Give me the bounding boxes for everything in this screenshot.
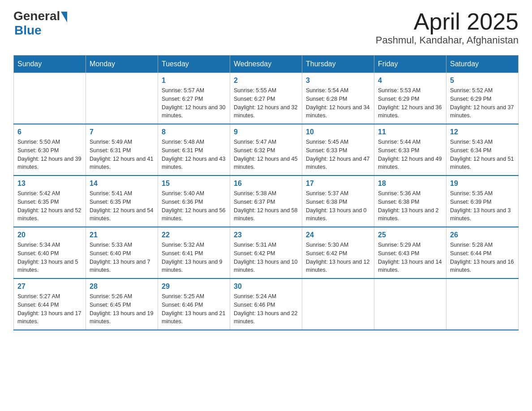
day-number: 7 bbox=[90, 128, 154, 136]
day-info: Sunrise: 5:37 AMSunset: 6:38 PMDaylight:… bbox=[306, 189, 370, 223]
day-info: Sunrise: 5:45 AMSunset: 6:33 PMDaylight:… bbox=[306, 138, 370, 171]
col-thursday: Thursday bbox=[302, 56, 374, 73]
table-row: 13Sunrise: 5:42 AMSunset: 6:35 PMDayligh… bbox=[14, 176, 86, 227]
day-number: 1 bbox=[162, 77, 226, 85]
day-number: 20 bbox=[17, 231, 82, 239]
table-row: 21Sunrise: 5:33 AMSunset: 6:40 PMDayligh… bbox=[86, 227, 158, 278]
day-number: 16 bbox=[234, 180, 298, 188]
table-row: 26Sunrise: 5:28 AMSunset: 6:44 PMDayligh… bbox=[446, 227, 519, 278]
calendar-week-1: 1Sunrise: 5:57 AMSunset: 6:27 PMDaylight… bbox=[14, 73, 519, 124]
table-row: 25Sunrise: 5:29 AMSunset: 6:43 PMDayligh… bbox=[374, 227, 446, 278]
logo-blue-text: Blue bbox=[14, 23, 67, 38]
day-info: Sunrise: 5:31 AMSunset: 6:42 PMDaylight:… bbox=[234, 241, 298, 274]
col-monday: Monday bbox=[86, 56, 158, 73]
table-row: 4Sunrise: 5:53 AMSunset: 6:29 PMDaylight… bbox=[374, 73, 446, 124]
table-row: 12Sunrise: 5:43 AMSunset: 6:34 PMDayligh… bbox=[446, 124, 519, 176]
day-number: 21 bbox=[90, 231, 154, 239]
day-info: Sunrise: 5:41 AMSunset: 6:35 PMDaylight:… bbox=[90, 189, 154, 223]
table-row: 10Sunrise: 5:45 AMSunset: 6:33 PMDayligh… bbox=[302, 124, 374, 176]
day-info: Sunrise: 5:26 AMSunset: 6:45 PMDaylight:… bbox=[90, 292, 154, 326]
day-info: Sunrise: 5:43 AMSunset: 6:34 PMDaylight:… bbox=[450, 138, 515, 171]
logo: General Blue bbox=[13, 9, 67, 38]
calendar-title: April 2025 bbox=[376, 9, 519, 34]
day-info: Sunrise: 5:53 AMSunset: 6:29 PMDaylight:… bbox=[378, 86, 442, 120]
table-row: 3Sunrise: 5:54 AMSunset: 6:28 PMDaylight… bbox=[302, 73, 374, 124]
table-row: 6Sunrise: 5:50 AMSunset: 6:30 PMDaylight… bbox=[14, 124, 86, 176]
table-row: 16Sunrise: 5:38 AMSunset: 6:37 PMDayligh… bbox=[230, 176, 302, 227]
table-row: 18Sunrise: 5:36 AMSunset: 6:38 PMDayligh… bbox=[374, 176, 446, 227]
day-info: Sunrise: 5:28 AMSunset: 6:44 PMDaylight:… bbox=[450, 241, 515, 274]
day-number: 28 bbox=[90, 283, 154, 291]
table-row: 9Sunrise: 5:47 AMSunset: 6:32 PMDaylight… bbox=[230, 124, 302, 176]
day-info: Sunrise: 5:30 AMSunset: 6:42 PMDaylight:… bbox=[306, 241, 370, 274]
day-info: Sunrise: 5:38 AMSunset: 6:37 PMDaylight:… bbox=[234, 189, 298, 223]
table-row: 22Sunrise: 5:32 AMSunset: 6:41 PMDayligh… bbox=[158, 227, 230, 278]
day-info: Sunrise: 5:54 AMSunset: 6:28 PMDaylight:… bbox=[306, 86, 370, 120]
day-number: 19 bbox=[450, 180, 515, 188]
logo-triangle-icon bbox=[61, 12, 67, 22]
day-number: 23 bbox=[234, 231, 298, 239]
day-info: Sunrise: 5:49 AMSunset: 6:31 PMDaylight:… bbox=[90, 138, 154, 171]
day-number: 3 bbox=[306, 77, 370, 85]
day-info: Sunrise: 5:55 AMSunset: 6:27 PMDaylight:… bbox=[234, 86, 298, 120]
day-number: 9 bbox=[234, 128, 298, 136]
table-row: 27Sunrise: 5:27 AMSunset: 6:44 PMDayligh… bbox=[14, 278, 86, 330]
col-saturday: Saturday bbox=[446, 56, 519, 73]
day-number: 4 bbox=[378, 77, 442, 85]
col-sunday: Sunday bbox=[14, 56, 86, 73]
day-number: 12 bbox=[450, 128, 515, 136]
table-row: 29Sunrise: 5:25 AMSunset: 6:46 PMDayligh… bbox=[158, 278, 230, 330]
day-info: Sunrise: 5:44 AMSunset: 6:33 PMDaylight:… bbox=[378, 138, 442, 171]
table-row: 1Sunrise: 5:57 AMSunset: 6:27 PMDaylight… bbox=[158, 73, 230, 124]
table-row: 2Sunrise: 5:55 AMSunset: 6:27 PMDaylight… bbox=[230, 73, 302, 124]
day-number: 17 bbox=[306, 180, 370, 188]
col-wednesday: Wednesday bbox=[230, 56, 302, 73]
table-row: 30Sunrise: 5:24 AMSunset: 6:46 PMDayligh… bbox=[230, 278, 302, 330]
day-number: 18 bbox=[378, 180, 442, 188]
day-info: Sunrise: 5:47 AMSunset: 6:32 PMDaylight:… bbox=[234, 138, 298, 171]
table-row: 17Sunrise: 5:37 AMSunset: 6:38 PMDayligh… bbox=[302, 176, 374, 227]
calendar-week-4: 20Sunrise: 5:34 AMSunset: 6:40 PMDayligh… bbox=[14, 227, 519, 278]
col-tuesday: Tuesday bbox=[158, 56, 230, 73]
table-row: 28Sunrise: 5:26 AMSunset: 6:45 PMDayligh… bbox=[86, 278, 158, 330]
table-row: 11Sunrise: 5:44 AMSunset: 6:33 PMDayligh… bbox=[374, 124, 446, 176]
table-row: 15Sunrise: 5:40 AMSunset: 6:36 PMDayligh… bbox=[158, 176, 230, 227]
day-info: Sunrise: 5:24 AMSunset: 6:46 PMDaylight:… bbox=[234, 292, 298, 326]
day-number: 27 bbox=[17, 283, 82, 291]
table-row: 23Sunrise: 5:31 AMSunset: 6:42 PMDayligh… bbox=[230, 227, 302, 278]
col-friday: Friday bbox=[374, 56, 446, 73]
day-number: 24 bbox=[306, 231, 370, 239]
table-row bbox=[446, 278, 519, 330]
table-row: 19Sunrise: 5:35 AMSunset: 6:39 PMDayligh… bbox=[446, 176, 519, 227]
day-info: Sunrise: 5:57 AMSunset: 6:27 PMDaylight:… bbox=[162, 86, 226, 120]
day-info: Sunrise: 5:33 AMSunset: 6:40 PMDaylight:… bbox=[90, 241, 154, 274]
table-row: 5Sunrise: 5:52 AMSunset: 6:29 PMDaylight… bbox=[446, 73, 519, 124]
day-number: 10 bbox=[306, 128, 370, 136]
table-row: 24Sunrise: 5:30 AMSunset: 6:42 PMDayligh… bbox=[302, 227, 374, 278]
day-number: 25 bbox=[378, 231, 442, 239]
table-row: 14Sunrise: 5:41 AMSunset: 6:35 PMDayligh… bbox=[86, 176, 158, 227]
table-row: 7Sunrise: 5:49 AMSunset: 6:31 PMDaylight… bbox=[86, 124, 158, 176]
calendar-week-3: 13Sunrise: 5:42 AMSunset: 6:35 PMDayligh… bbox=[14, 176, 519, 227]
day-number: 22 bbox=[162, 231, 226, 239]
day-info: Sunrise: 5:35 AMSunset: 6:39 PMDaylight:… bbox=[450, 189, 515, 223]
day-number: 30 bbox=[234, 283, 298, 291]
table-row bbox=[14, 73, 86, 124]
day-number: 6 bbox=[17, 128, 82, 136]
calendar-subtitle: Pashmul, Kandahar, Afghanistan bbox=[376, 34, 519, 46]
day-number: 14 bbox=[90, 180, 154, 188]
table-row bbox=[302, 278, 374, 330]
day-number: 5 bbox=[450, 77, 515, 85]
day-info: Sunrise: 5:25 AMSunset: 6:46 PMDaylight:… bbox=[162, 292, 226, 326]
day-info: Sunrise: 5:36 AMSunset: 6:38 PMDaylight:… bbox=[378, 189, 442, 223]
calendar-table: Sunday Monday Tuesday Wednesday Thursday… bbox=[13, 55, 519, 330]
day-info: Sunrise: 5:32 AMSunset: 6:41 PMDaylight:… bbox=[162, 241, 226, 274]
day-number: 26 bbox=[450, 231, 515, 239]
day-info: Sunrise: 5:52 AMSunset: 6:29 PMDaylight:… bbox=[450, 86, 515, 120]
day-info: Sunrise: 5:40 AMSunset: 6:36 PMDaylight:… bbox=[162, 189, 226, 223]
calendar-week-5: 27Sunrise: 5:27 AMSunset: 6:44 PMDayligh… bbox=[14, 278, 519, 330]
day-info: Sunrise: 5:42 AMSunset: 6:35 PMDaylight:… bbox=[17, 189, 82, 223]
day-number: 11 bbox=[378, 128, 442, 136]
table-row: 20Sunrise: 5:34 AMSunset: 6:40 PMDayligh… bbox=[14, 227, 86, 278]
day-info: Sunrise: 5:48 AMSunset: 6:31 PMDaylight:… bbox=[162, 138, 226, 171]
